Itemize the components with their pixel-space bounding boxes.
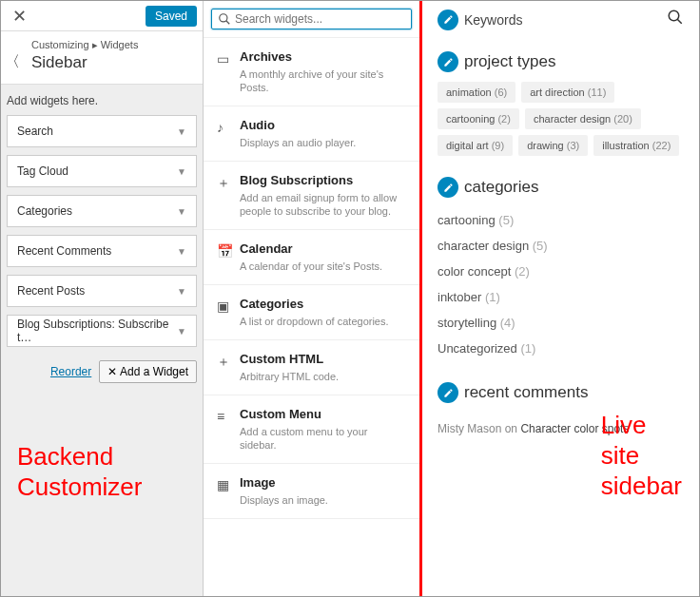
- calendar-icon: 📅: [217, 241, 240, 273]
- widget-row[interactable]: Tag Cloud▼: [7, 155, 197, 187]
- breadcrumb: 〈 Customizing ▸ Widgets Sidebar: [1, 31, 203, 85]
- available-widget-item[interactable]: 📅 Calendar A calendar of your site's Pos…: [204, 230, 419, 285]
- saved-button[interactable]: Saved: [146, 6, 197, 27]
- audio-icon: ♪: [217, 118, 240, 149]
- category-item[interactable]: cartooning (5): [438, 207, 684, 233]
- annotation-backend: BackendCustomizer: [17, 441, 142, 502]
- available-widgets-list: ▭ Archives A monthly archive of your sit…: [204, 38, 419, 596]
- available-widget-title: Image: [240, 475, 406, 490]
- chevron-down-icon: ▼: [177, 166, 186, 177]
- available-widget-title: Custom HTML: [240, 352, 406, 366]
- widget-row-label: Categories: [17, 204, 72, 218]
- available-widget-desc: A list or dropdown of categories.: [240, 315, 406, 328]
- search-widgets-input[interactable]: [235, 12, 405, 26]
- add-widgets-msg: Add widgets here.: [1, 85, 203, 115]
- tag[interactable]: cartooning (2): [438, 108, 519, 129]
- edit-icon[interactable]: [438, 382, 458, 403]
- available-widget-item[interactable]: ▦ Image Displays an image.: [204, 464, 419, 519]
- tag[interactable]: animation (6): [438, 82, 515, 103]
- available-widget-desc: A calendar of your site's Posts.: [240, 260, 406, 273]
- tag[interactable]: drawing (3): [518, 135, 588, 156]
- chevron-down-icon: ▼: [177, 206, 186, 217]
- available-widget-item[interactable]: ＋ Custom HTML Arbitrary HTML code.: [204, 340, 419, 395]
- available-widget-title: Blog Subscriptions: [240, 173, 406, 187]
- svg-line-3: [677, 19, 682, 24]
- page-title: Sidebar: [31, 53, 193, 72]
- category-item[interactable]: storytelling (4): [438, 310, 684, 336]
- available-widget-item[interactable]: ▣ Categories A list or dropdown of categ…: [204, 285, 419, 340]
- available-widget-title: Calendar: [240, 241, 406, 256]
- category-item[interactable]: color concept (2): [438, 259, 684, 284]
- available-widget-desc: Displays an image.: [240, 493, 406, 507]
- available-widget-title: Audio: [240, 118, 406, 132]
- widget-row-label: Recent Comments: [17, 244, 111, 258]
- available-widget-item[interactable]: ♪ Audio Displays an audio player.: [204, 106, 419, 162]
- widget-row[interactable]: Blog Subscriptions: Subscribe t…▼: [7, 315, 197, 347]
- image-icon: ▦: [217, 475, 240, 507]
- breadcrumb-sep: ▸: [92, 39, 98, 50]
- svg-line-1: [226, 21, 230, 25]
- breadcrumb-prefix: Customizing: [31, 39, 89, 50]
- widget-row-label: Search: [17, 125, 53, 138]
- edit-icon[interactable]: [438, 51, 458, 72]
- menu-icon: ≡: [217, 407, 240, 452]
- available-widgets-panel: ▭ Archives A monthly archive of your sit…: [204, 1, 422, 596]
- section-title-project-types: project types: [464, 52, 555, 71]
- search-widgets-box[interactable]: [211, 9, 412, 29]
- widget-list: Search▼Tag Cloud▼Categories▼Recent Comme…: [1, 115, 203, 355]
- edit-icon[interactable]: [438, 177, 458, 198]
- section-title-recent-comments: recent comments: [464, 383, 588, 402]
- tag[interactable]: illustration (22): [593, 135, 679, 156]
- customizer-header: ✕ Saved: [1, 1, 203, 31]
- search-icon: [218, 12, 231, 26]
- plus-icon: ＋: [217, 352, 240, 383]
- widget-row-label: Blog Subscriptions: Subscribe t…: [17, 318, 177, 344]
- back-icon[interactable]: 〈: [5, 52, 20, 72]
- available-widget-desc: Add a custom menu to your sidebar.: [240, 425, 406, 452]
- archive-icon: ▭: [217, 49, 240, 94]
- available-widget-item[interactable]: ▭ Archives A monthly archive of your sit…: [204, 38, 419, 106]
- available-widget-desc: A monthly archive of your site's Posts.: [240, 67, 406, 94]
- category-item[interactable]: Uncategorized (1): [438, 336, 684, 361]
- available-widget-title: Categories: [240, 297, 406, 311]
- plus-icon: ＋: [217, 173, 240, 218]
- available-widget-item[interactable]: ＋ Blog Subscriptions Add an email signup…: [204, 162, 419, 230]
- reorder-link[interactable]: Reorder: [50, 365, 91, 378]
- category-item[interactable]: character design (5): [438, 233, 684, 259]
- widget-row[interactable]: Categories▼: [7, 195, 197, 227]
- widget-row-label: Tag Cloud: [17, 164, 68, 178]
- widget-row[interactable]: Recent Posts▼: [7, 275, 197, 307]
- tag[interactable]: art direction (11): [521, 82, 614, 103]
- breadcrumb-current: Widgets: [101, 39, 139, 50]
- widget-row[interactable]: Search▼: [7, 115, 197, 147]
- available-widget-desc: Add an email signup form to allow people…: [240, 191, 406, 218]
- folder-icon: ▣: [217, 297, 240, 328]
- tag[interactable]: character design (20): [525, 108, 641, 129]
- available-widget-item[interactable]: ≡ Custom Menu Add a custom menu to your …: [204, 395, 419, 464]
- keywords-search-icon[interactable]: [667, 9, 684, 30]
- available-widget-desc: Arbitrary HTML code.: [240, 370, 406, 383]
- category-item[interactable]: inktober (1): [438, 284, 684, 310]
- available-widget-title: Custom Menu: [240, 407, 406, 421]
- svg-point-0: [220, 14, 227, 22]
- section-title-categories: categories: [464, 178, 538, 197]
- keywords-label: Keywords: [464, 12, 667, 28]
- annotation-live-site: Livesitesidebar: [601, 410, 682, 501]
- close-icon[interactable]: ✕: [7, 4, 32, 29]
- live-site-sidebar: Keywords project types animation (6)art …: [422, 1, 699, 596]
- chevron-down-icon: ▼: [177, 126, 186, 137]
- chevron-down-icon: ▼: [177, 286, 186, 297]
- edit-icon[interactable]: [438, 10, 458, 30]
- tag[interactable]: digital art (9): [438, 135, 513, 156]
- customizer-panel: ✕ Saved 〈 Customizing ▸ Widgets Sidebar …: [1, 1, 204, 596]
- available-widget-title: Archives: [240, 49, 406, 64]
- chevron-down-icon: ▼: [177, 326, 186, 337]
- add-widget-button[interactable]: ✕ Add a Widget: [99, 360, 197, 383]
- widget-row[interactable]: Recent Comments▼: [7, 235, 197, 267]
- available-widget-desc: Displays an audio player.: [240, 136, 406, 149]
- chevron-down-icon: ▼: [177, 246, 186, 257]
- svg-point-2: [669, 10, 679, 21]
- widget-row-label: Recent Posts: [17, 284, 85, 298]
